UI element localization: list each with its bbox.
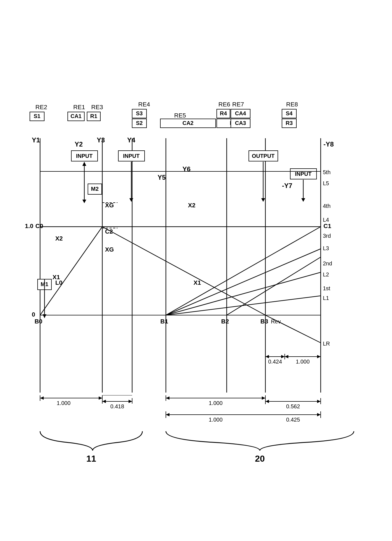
svg-marker-147 <box>285 355 288 358</box>
svg-text:0.425: 0.425 <box>286 417 300 423</box>
svg-text:L2: L2 <box>323 271 329 278</box>
svg-text:0: 0 <box>32 311 35 318</box>
svg-text:Y1: Y1 <box>32 136 40 144</box>
svg-text:CA1: CA1 <box>70 113 82 119</box>
svg-text:S1: S1 <box>34 113 40 119</box>
svg-text:X2: X2 <box>55 235 63 242</box>
svg-text:Y2: Y2 <box>75 140 83 148</box>
svg-text:5th: 5th <box>323 169 331 175</box>
svg-text:CA3: CA3 <box>235 120 246 126</box>
svg-text:B0: B0 <box>35 318 42 325</box>
main-diagram: RE2 S1 RE1 CA1 RE3 R1 RE4 S3 S2 RE5 CA2 … <box>17 102 381 539</box>
svg-text:M2: M2 <box>91 186 99 192</box>
svg-marker-79 <box>129 198 133 202</box>
svg-text:B1: B1 <box>160 318 168 325</box>
svg-text:L3: L3 <box>323 245 329 251</box>
svg-marker-136 <box>317 400 321 403</box>
svg-text:L0: L0 <box>55 279 62 286</box>
svg-text:X2: X2 <box>188 202 195 209</box>
svg-text:4th: 4th <box>323 203 331 209</box>
svg-text:R3: R3 <box>286 120 293 126</box>
svg-text:RE3: RE3 <box>91 104 103 111</box>
svg-text:20: 20 <box>255 454 265 464</box>
svg-text:-Y8: -Y8 <box>323 140 334 148</box>
svg-text:LR: LR <box>323 341 330 347</box>
svg-line-98 <box>227 257 321 315</box>
svg-text:L1: L1 <box>323 295 329 301</box>
svg-text:C0: C0 <box>35 223 43 229</box>
svg-text:0.424: 0.424 <box>268 359 282 365</box>
svg-text:1.000: 1.000 <box>296 359 310 365</box>
svg-text:Rev: Rev <box>271 318 281 325</box>
svg-text:INPUT: INPUT <box>76 153 93 159</box>
svg-text:RE4: RE4 <box>138 102 150 108</box>
svg-text:Y5: Y5 <box>158 174 166 181</box>
svg-marker-123 <box>102 400 106 403</box>
svg-text:RE8: RE8 <box>286 102 298 108</box>
svg-text:1.000: 1.000 <box>209 417 223 423</box>
svg-text:S2: S2 <box>136 120 143 126</box>
svg-text:S3: S3 <box>136 110 143 116</box>
svg-text:CA2: CA2 <box>182 120 194 126</box>
svg-marker-124 <box>129 400 132 403</box>
svg-text:CA4: CA4 <box>235 110 246 116</box>
svg-text:RE1: RE1 <box>73 104 85 111</box>
svg-marker-73 <box>82 162 86 166</box>
svg-text:C1: C1 <box>323 223 331 229</box>
svg-marker-83 <box>301 198 305 202</box>
svg-text:R4: R4 <box>220 110 227 116</box>
svg-text:Y3: Y3 <box>97 136 105 144</box>
svg-text:1st: 1st <box>323 285 330 291</box>
svg-text:B3: B3 <box>260 318 268 325</box>
svg-text:L4: L4 <box>323 217 329 223</box>
svg-line-86 <box>40 227 102 315</box>
svg-marker-148 <box>317 355 321 358</box>
svg-text:1.0: 1.0 <box>25 223 33 229</box>
svg-text:OUTPUT: OUTPUT <box>252 153 275 159</box>
svg-marker-135 <box>265 400 269 403</box>
svg-text:X1: X1 <box>194 279 201 286</box>
svg-text:S4: S4 <box>286 110 293 116</box>
svg-text:1.000: 1.000 <box>209 400 223 406</box>
svg-text:RE7: RE7 <box>232 102 244 108</box>
svg-text:XG: XG <box>105 246 114 253</box>
svg-marker-153 <box>166 413 169 416</box>
svg-marker-117 <box>99 396 102 400</box>
svg-text:RE2: RE2 <box>35 104 47 111</box>
svg-marker-130 <box>262 396 265 400</box>
svg-line-97 <box>102 227 265 315</box>
svg-text:B2: B2 <box>221 318 229 325</box>
svg-text:Y4: Y4 <box>127 136 135 144</box>
svg-text:0.562: 0.562 <box>286 403 300 409</box>
svg-text:RE5: RE5 <box>174 112 186 119</box>
svg-marker-81 <box>261 198 265 202</box>
svg-text:0.418: 0.418 <box>110 403 124 409</box>
svg-text:-Y7: -Y7 <box>282 182 292 189</box>
svg-marker-75 <box>82 200 86 203</box>
svg-marker-116 <box>40 396 44 400</box>
svg-marker-142 <box>281 355 285 358</box>
svg-line-94 <box>166 272 321 315</box>
svg-text:11: 11 <box>86 454 96 464</box>
svg-text:3rd: 3rd <box>323 233 331 239</box>
svg-text:INPUT: INPUT <box>123 153 140 159</box>
svg-text:2nd: 2nd <box>323 260 332 266</box>
svg-marker-85 <box>43 314 46 318</box>
svg-text:INPUT: INPUT <box>295 171 312 177</box>
svg-text:R1: R1 <box>90 113 97 119</box>
svg-line-92 <box>166 227 321 315</box>
svg-marker-141 <box>265 355 269 358</box>
svg-text:L5: L5 <box>323 180 329 186</box>
svg-text:RE6: RE6 <box>218 102 230 108</box>
svg-marker-129 <box>166 396 169 400</box>
svg-text:1.000: 1.000 <box>57 400 70 406</box>
